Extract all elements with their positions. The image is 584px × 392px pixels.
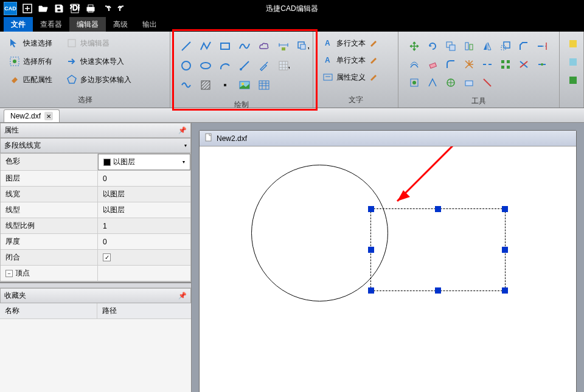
ray-icon[interactable] (236, 57, 253, 74)
prop-row-thickness[interactable]: 厚度0 (1, 234, 190, 250)
hatch-icon[interactable] (197, 77, 214, 94)
tool21-icon[interactable] (479, 74, 496, 91)
menu-file[interactable]: 文件 (4, 17, 33, 32)
save-icon[interactable] (54, 3, 64, 14)
multiline-text-button[interactable]: A多行文本 (318, 35, 393, 51)
handle-bm[interactable] (435, 287, 441, 294)
mirror-icon[interactable] (479, 38, 496, 55)
pdf-icon[interactable]: PDF (69, 3, 80, 14)
rotate-icon[interactable] (424, 38, 441, 55)
eyedrop-icon[interactable] (255, 57, 273, 74)
explode-icon[interactable] (461, 56, 478, 73)
handle-tr[interactable] (502, 206, 508, 212)
tool17-icon[interactable] (406, 74, 423, 91)
panel-splitter[interactable] (0, 282, 191, 288)
chamfer-icon[interactable] (515, 38, 532, 55)
ellipse-icon[interactable] (197, 57, 214, 74)
tree-collapse-icon[interactable]: − (5, 270, 13, 277)
copy-icon[interactable] (442, 38, 459, 55)
select-all-button[interactable]: 选择所有 (5, 53, 56, 69)
arc-icon[interactable] (217, 57, 234, 74)
prop-value-color[interactable]: 以图层▾ (98, 154, 190, 170)
fillet-icon[interactable] (442, 56, 459, 73)
entity-import-button[interactable]: 快速实体导入 (62, 53, 135, 69)
menu-output[interactable]: 输出 (135, 17, 164, 32)
new-icon[interactable] (22, 3, 33, 14)
polyline-icon[interactable] (197, 38, 214, 55)
prop-row-lineweight[interactable]: 线宽以图层 (1, 187, 190, 202)
extend2-icon[interactable] (534, 38, 551, 55)
single-text-button[interactable]: A单行文本 (318, 52, 393, 68)
prop-value-lts[interactable]: 1 (98, 218, 190, 233)
table-icon[interactable] (255, 77, 273, 94)
erase-icon[interactable] (424, 56, 441, 73)
drawing-canvas[interactable] (200, 146, 576, 392)
freehand-icon[interactable] (178, 77, 195, 94)
prop-row-layer[interactable]: 图层0 (1, 171, 190, 187)
handle-br[interactable] (502, 287, 508, 294)
break-icon[interactable] (479, 56, 496, 73)
join-icon[interactable] (534, 56, 551, 73)
point-icon[interactable] (217, 77, 234, 94)
line-icon[interactable] (178, 38, 195, 55)
extra1-icon[interactable] (565, 35, 582, 52)
prop-row-color[interactable]: 色彩 以图层▾ (1, 154, 190, 171)
circle-icon[interactable] (178, 57, 195, 74)
pin-icon[interactable]: 📌 (178, 126, 187, 134)
prop-value-lw[interactable]: 以图层 (98, 187, 190, 202)
file-tab[interactable]: New2.dxf ✕ (4, 109, 60, 122)
dimension-icon[interactable] (275, 38, 292, 55)
menu-viewer[interactable]: 查看器 (33, 17, 69, 32)
block-dd-icon[interactable]: ▾ (294, 38, 311, 55)
menu-editor[interactable]: 编辑器 (69, 17, 106, 32)
prop-value-closed[interactable]: ✓ (98, 250, 190, 265)
fav-col-path[interactable]: 路径 (97, 303, 191, 318)
array-icon[interactable] (497, 56, 514, 73)
extra3-icon[interactable] (565, 72, 582, 89)
extra2-icon[interactable] (565, 53, 582, 70)
offset-icon[interactable] (406, 56, 423, 73)
handle-tm[interactable] (435, 206, 441, 212)
image-icon[interactable] (236, 77, 253, 94)
trim-icon[interactable] (515, 56, 532, 73)
pin2-icon[interactable]: 📌 (178, 292, 187, 300)
print-icon[interactable] (85, 3, 96, 14)
handle-mr[interactable] (502, 247, 508, 253)
prop-row-closed[interactable]: 闭合✓ (1, 250, 190, 266)
prop-value-layer[interactable]: 0 (98, 171, 190, 186)
scale-icon[interactable] (497, 38, 514, 55)
handle-bl[interactable] (368, 287, 374, 294)
closed-checkbox[interactable]: ✓ (103, 253, 111, 261)
quick-select-button[interactable]: 快速选择 (5, 35, 56, 51)
svg-line-78 (397, 146, 461, 201)
handle-tl[interactable] (368, 206, 374, 212)
rect-icon[interactable] (217, 38, 234, 55)
prop-value-lt[interactable]: 以图层 (98, 202, 190, 218)
prop-row-vertex[interactable]: −顶点 (1, 266, 190, 281)
cloud-icon[interactable] (255, 38, 273, 55)
prop-row-ltscale[interactable]: 线型比例1 (1, 218, 190, 234)
grid-icon[interactable]: ▾ (275, 57, 292, 74)
align-icon[interactable] (461, 38, 478, 55)
undo-icon[interactable] (101, 3, 112, 14)
polygon-input-button[interactable]: 多边形实体输入 (62, 72, 135, 88)
handle-ml[interactable] (368, 247, 374, 253)
prop-row-linetype[interactable]: 线型以图层 (1, 202, 190, 218)
open-icon[interactable] (38, 3, 49, 14)
tool20-icon[interactable] (461, 74, 478, 91)
fav-col-name[interactable]: 名称 (0, 303, 97, 318)
menu-advanced[interactable]: 高级 (106, 17, 135, 32)
redo-icon[interactable] (117, 3, 128, 14)
spline-icon[interactable] (236, 38, 253, 55)
prop-value-thick[interactable]: 0 (98, 234, 190, 249)
tool18-icon[interactable] (424, 74, 441, 91)
selected-rectangle[interactable] (370, 208, 506, 291)
color-dd-icon[interactable]: ▾ (182, 159, 185, 165)
move-icon[interactable] (406, 38, 423, 55)
circle-entity[interactable] (251, 165, 388, 301)
attr-def-button[interactable]: 属性定义 (318, 69, 393, 85)
section-header[interactable]: 多段线线宽 ▾ (0, 138, 191, 153)
tool19-icon[interactable] (442, 74, 459, 91)
match-prop-button[interactable]: 匹配属性 (5, 72, 56, 88)
tab-close-button[interactable]: ✕ (44, 112, 53, 120)
